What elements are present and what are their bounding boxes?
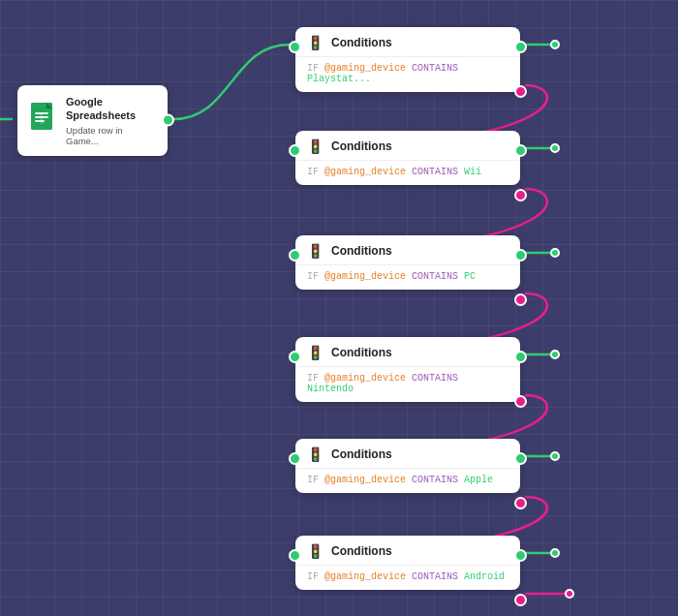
cond-input-dot-4[interactable]	[289, 351, 301, 363]
cond-output-pink-6[interactable]	[514, 594, 527, 606]
traffic-light-icon-4: 🚦	[307, 345, 324, 360]
traffic-light-icon-6: 🚦	[307, 543, 324, 559]
cond-body-1: IF @gaming_device CONTAINS Playstat...	[295, 57, 520, 92]
if-keyword-1: IF	[307, 63, 324, 74]
cond-input-dot-6[interactable]	[289, 549, 301, 562]
val-6: Android	[464, 571, 505, 582]
cond-header-6: 🚦 Conditions	[295, 536, 520, 566]
val-2: Wii	[464, 167, 481, 177]
gs-node-title: Google Spreadsheets	[66, 95, 156, 123]
if-keyword-3: IF	[307, 271, 324, 282]
svg-point-6	[566, 590, 573, 598]
if-keyword-5: IF	[307, 475, 324, 485]
gs-node-subtitle: Update row in Game...	[66, 125, 156, 146]
op-3: CONTAINS	[412, 271, 458, 282]
val-5: Apple	[464, 475, 493, 485]
cond-output-pink-3[interactable]	[514, 293, 527, 306]
op-4: CONTAINS	[412, 373, 458, 384]
cond-output-green-1[interactable]	[514, 41, 527, 53]
traffic-light-icon-1: 🚦	[307, 35, 324, 50]
var-6: @gaming_device	[324, 571, 406, 582]
cond-header-1: 🚦 Conditions	[295, 27, 520, 57]
condition-node-6[interactable]: 🚦 Conditions IF @gaming_device CONTAINS …	[295, 536, 520, 590]
cond-header-3: 🚦 Conditions	[295, 235, 520, 265]
cond-output-pink-1[interactable]	[514, 85, 527, 98]
cond-input-dot-2[interactable]	[289, 144, 301, 157]
op-1: CONTAINS	[412, 63, 458, 74]
op-6: CONTAINS	[412, 571, 458, 582]
cond-output-pink-2[interactable]	[514, 189, 527, 201]
cond-header-2: 🚦 Conditions	[295, 131, 520, 161]
if-keyword-2: IF	[307, 167, 324, 177]
cond-output-green-4[interactable]	[514, 351, 527, 363]
cond-title-2: Conditions	[331, 139, 392, 153]
traffic-light-icon-3: 🚦	[307, 243, 324, 259]
cond-title-5: Conditions	[331, 447, 392, 461]
gs-node-text: Google Spreadsheets Update row in Game..…	[66, 95, 156, 146]
var-3: @gaming_device	[324, 271, 406, 282]
var-2: @gaming_device	[324, 167, 406, 177]
var-5: @gaming_device	[324, 475, 406, 485]
google-sheets-icon	[29, 103, 58, 138]
cond-output-green-6[interactable]	[514, 549, 527, 562]
var-1: @gaming_device	[324, 63, 406, 74]
condition-node-4[interactable]: 🚦 Conditions IF @gaming_device CONTAINS …	[295, 337, 520, 402]
cond-output-pink-4[interactable]	[514, 395, 527, 408]
svg-point-2	[551, 249, 559, 257]
val-1: Playstat...	[307, 74, 371, 84]
condition-node-1[interactable]: 🚦 Conditions IF @gaming_device CONTAINS …	[295, 27, 520, 92]
cond-title-6: Conditions	[331, 544, 392, 558]
svg-point-1	[551, 144, 559, 152]
cond-title-1: Conditions	[331, 36, 392, 49]
cond-body-6: IF @gaming_device CONTAINS Android	[295, 566, 520, 590]
cond-output-green-5[interactable]	[514, 452, 527, 465]
cond-header-4: 🚦 Conditions	[295, 337, 520, 367]
var-4: @gaming_device	[324, 373, 406, 384]
condition-node-3[interactable]: 🚦 Conditions IF @gaming_device CONTAINS …	[295, 235, 520, 290]
cond-input-dot-1[interactable]	[289, 41, 301, 53]
cond-output-pink-5[interactable]	[514, 497, 527, 509]
if-keyword-6: IF	[307, 571, 324, 582]
traffic-light-icon-5: 🚦	[307, 447, 324, 462]
svg-point-4	[551, 452, 559, 460]
cond-body-2: IF @gaming_device CONTAINS Wii	[295, 161, 520, 185]
val-4: Nintendo	[307, 384, 354, 394]
cond-title-3: Conditions	[331, 244, 392, 258]
op-2: CONTAINS	[412, 167, 458, 177]
val-3: PC	[464, 271, 476, 282]
google-spreadsheets-node[interactable]: Google Spreadsheets Update row in Game..…	[17, 85, 168, 156]
traffic-light-icon-2: 🚦	[307, 139, 324, 154]
svg-point-5	[551, 549, 559, 557]
if-keyword-4: IF	[307, 373, 324, 384]
svg-rect-12	[35, 120, 45, 122]
condition-node-2[interactable]: 🚦 Conditions IF @gaming_device CONTAINS …	[295, 131, 520, 185]
cond-output-green-3[interactable]	[514, 249, 527, 262]
cond-body-3: IF @gaming_device CONTAINS PC	[295, 265, 520, 290]
gs-output-dot[interactable]	[162, 114, 174, 127]
cond-body-4: IF @gaming_device CONTAINS Nintendo	[295, 367, 520, 402]
cond-header-5: 🚦 Conditions	[295, 439, 520, 469]
cond-output-green-2[interactable]	[514, 144, 527, 157]
op-5: CONTAINS	[412, 475, 458, 485]
cond-body-5: IF @gaming_device CONTAINS Apple	[295, 469, 520, 493]
cond-input-dot-5[interactable]	[289, 452, 301, 465]
cond-input-dot-3[interactable]	[289, 249, 301, 262]
svg-point-0	[551, 41, 559, 48]
cond-title-4: Conditions	[331, 346, 392, 359]
condition-node-5[interactable]: 🚦 Conditions IF @gaming_device CONTAINS …	[295, 439, 520, 493]
svg-point-3	[551, 351, 559, 358]
